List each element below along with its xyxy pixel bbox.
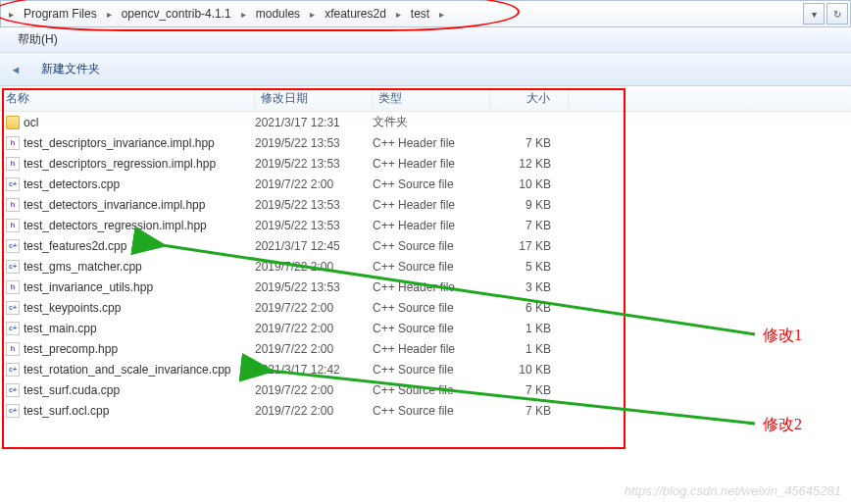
file-row[interactable]: c+test_detectors.cpp2019/7/22 2:00C++ So… <box>0 174 851 194</box>
chevron-right-icon: ▸ <box>5 9 18 20</box>
file-type: C++ Source file <box>373 383 490 397</box>
file-name: test_features2d.cpp <box>24 239 126 253</box>
header-size[interactable]: 大小 <box>490 86 569 111</box>
file-type: C++ Header file <box>373 136 490 150</box>
file-row[interactable]: htest_detectors_regression.impl.hpp2019/… <box>0 215 851 235</box>
file-name: test_detectors.cpp <box>24 177 120 191</box>
header-file-icon: h <box>6 280 20 294</box>
cpp-file-icon: c+ <box>6 322 20 335</box>
file-name: test_descriptors_invariance.impl.hpp <box>24 136 215 150</box>
file-row[interactable]: htest_invariance_utils.hpp2019/5/22 13:5… <box>0 277 851 297</box>
file-row[interactable]: htest_descriptors_invariance.impl.hpp201… <box>0 132 851 153</box>
file-type: C++ Source file <box>373 239 490 253</box>
file-size: 7 KB <box>490 383 569 397</box>
file-type: C++ Source file <box>373 260 490 274</box>
file-row[interactable]: c+test_surf.ocl.cpp2019/7/22 2:00C++ Sou… <box>0 400 851 421</box>
breadcrumb-item[interactable]: test <box>405 1 435 26</box>
file-type: C++ Header file <box>373 157 490 171</box>
file-size: 1 KB <box>490 342 569 356</box>
breadcrumb-item[interactable]: xfeatures2d <box>319 1 392 26</box>
file-name: test_main.cpp <box>24 322 97 335</box>
file-date: 2021/3/17 12:42 <box>255 363 373 377</box>
file-name: test_invariance_utils.hpp <box>24 280 153 294</box>
file-size: 1 KB <box>490 322 569 335</box>
file-date: 2019/7/22 2:00 <box>255 177 373 191</box>
menu-bar: 帮助(H) <box>0 27 851 53</box>
file-size: 6 KB <box>490 301 569 315</box>
file-date: 2021/3/17 12:31 <box>255 116 373 129</box>
file-size: 3 KB <box>490 280 569 294</box>
chevron-right-icon: ▸ <box>237 9 250 20</box>
file-date: 2019/7/22 2:00 <box>255 404 373 418</box>
file-row[interactable]: c+test_surf.cuda.cpp2019/7/22 2:00C++ So… <box>0 379 851 400</box>
file-type: C++ Source file <box>373 322 490 335</box>
file-size: 7 KB <box>490 219 569 232</box>
file-name: ocl <box>24 116 38 129</box>
header-type[interactable]: 类型 <box>373 86 490 111</box>
file-date: 2019/5/22 13:53 <box>255 136 373 150</box>
file-name: test_keypoints.cpp <box>24 301 121 315</box>
file-name: test_surf.cuda.cpp <box>24 383 120 397</box>
file-size: 9 KB <box>490 198 569 212</box>
cpp-file-icon: c+ <box>6 239 20 253</box>
new-folder-button[interactable]: 新建文件夹 <box>33 57 108 81</box>
file-row[interactable]: c+test_rotation_and_scale_invariance.cpp… <box>0 359 851 379</box>
file-name: test_gms_matcher.cpp <box>24 260 142 274</box>
header-file-icon: h <box>6 136 20 150</box>
file-date: 2019/7/22 2:00 <box>255 301 373 315</box>
file-type: 文件夹 <box>373 114 490 130</box>
cpp-file-icon: c+ <box>6 363 20 377</box>
header-date[interactable]: 修改日期 <box>255 86 373 111</box>
file-date: 2019/5/22 13:53 <box>255 157 373 171</box>
file-row[interactable]: c+test_main.cpp2019/7/22 2:00C++ Source … <box>0 318 851 338</box>
file-list: ocl2021/3/17 12:31文件夹htest_descriptors_i… <box>0 112 851 421</box>
command-bar: ◄ 新建文件夹 <box>0 53 851 86</box>
file-date: 2019/7/22 2:00 <box>255 383 373 397</box>
help-menu[interactable]: 帮助(H) <box>10 31 66 48</box>
file-name: test_rotation_and_scale_invariance.cpp <box>24 363 230 377</box>
file-type: C++ Header file <box>373 280 490 294</box>
file-row[interactable]: htest_precomp.hpp2019/7/22 2:00C++ Heade… <box>0 338 851 359</box>
file-type: C++ Header file <box>373 219 490 232</box>
file-name: test_detectors_regression.impl.hpp <box>24 219 207 232</box>
header-file-icon: h <box>6 342 20 356</box>
cpp-file-icon: c+ <box>6 260 20 274</box>
file-row[interactable]: htest_descriptors_regression.impl.hpp201… <box>0 153 851 174</box>
back-arrow-icon[interactable]: ◄ <box>8 62 24 77</box>
file-row[interactable]: c+test_features2d.cpp2021/3/17 12:45C++ … <box>0 235 851 256</box>
file-size: 5 KB <box>490 260 569 274</box>
file-type: C++ Source file <box>373 404 490 418</box>
file-row[interactable]: htest_detectors_invariance.impl.hpp2019/… <box>0 194 851 215</box>
folder-icon <box>6 116 20 129</box>
breadcrumb[interactable]: ▸ Program Files ▸ opencv_contrib-4.1.1 ▸… <box>0 0 851 27</box>
watermark: https://blog.csdn.net/weixin_45645281 <box>625 483 841 498</box>
file-size: 10 KB <box>490 177 569 191</box>
header-file-icon: h <box>6 198 20 212</box>
file-type: C++ Header file <box>373 342 490 356</box>
chevron-right-icon: ▸ <box>435 9 448 20</box>
file-date: 2019/7/22 2:00 <box>255 342 373 356</box>
chevron-right-icon: ▸ <box>392 9 405 20</box>
cpp-file-icon: c+ <box>6 177 20 191</box>
file-row[interactable]: c+test_gms_matcher.cpp2019/7/22 2:00C++ … <box>0 256 851 277</box>
file-row[interactable]: c+test_keypoints.cpp2019/7/22 2:00C++ So… <box>0 297 851 318</box>
annotation-label-1: 修改1 <box>763 326 802 346</box>
file-type: C++ Header file <box>373 198 490 212</box>
file-date: 2019/5/22 13:53 <box>255 219 373 232</box>
file-size: 7 KB <box>490 404 569 418</box>
chevron-right-icon: ▸ <box>306 9 319 20</box>
file-type: C++ Source file <box>373 301 490 315</box>
header-name[interactable]: 名称 <box>0 86 255 111</box>
annotation-label-2: 修改2 <box>763 415 802 435</box>
breadcrumb-item[interactable]: Program Files <box>18 1 103 26</box>
file-size: 12 KB <box>490 157 569 171</box>
dropdown-button[interactable]: ▾ <box>803 3 825 25</box>
file-size: 10 KB <box>490 363 569 377</box>
breadcrumb-item[interactable]: modules <box>250 1 306 26</box>
column-headers: 名称 修改日期 类型 大小 <box>0 86 851 112</box>
breadcrumb-item[interactable]: opencv_contrib-4.1.1 <box>116 1 237 26</box>
file-date: 2019/5/22 13:53 <box>255 280 373 294</box>
file-name: test_descriptors_regression.impl.hpp <box>24 157 216 171</box>
file-row[interactable]: ocl2021/3/17 12:31文件夹 <box>0 112 851 132</box>
refresh-button[interactable]: ↻ <box>826 3 848 25</box>
